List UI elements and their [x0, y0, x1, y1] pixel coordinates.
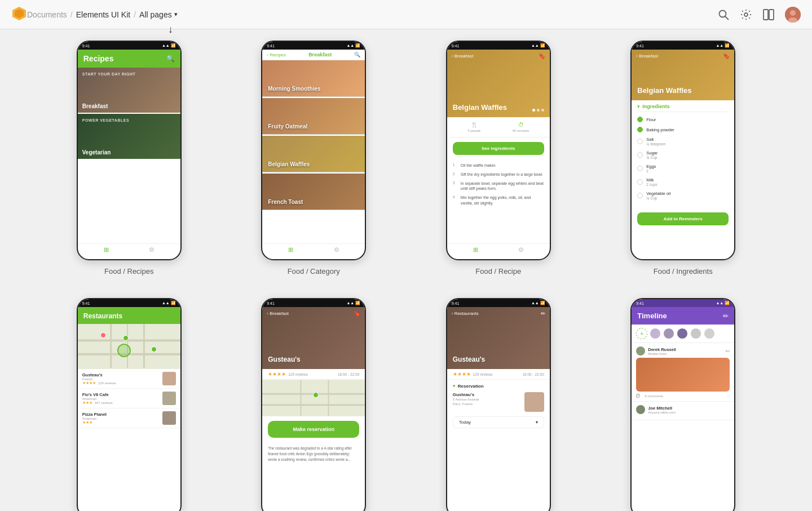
card-reservation[interactable]: 9:41 ▲▲ 📶 ‹ Restaurants ✏ Gusteau's ★★★★…: [414, 298, 582, 511]
timeline-add-btn[interactable]: +: [636, 328, 647, 339]
reservation-address: 5 Avenue AnatoleParis, France: [453, 397, 519, 407]
phone-food-category: 9:41 ▲▲ 📶 ‹ Recipes Breakfast 🔍 Morning …: [261, 41, 366, 260]
status-bar-4: 9:41 ▲▲ 📶: [632, 42, 734, 50]
phone-reservation: 9:41 ▲▲ 📶 ‹ Restaurants ✏ Gusteau's ★★★★…: [446, 298, 551, 511]
res-nav-back: ‹ Restaurants: [452, 311, 479, 316]
svg-line-3: [725, 16, 729, 20]
ingredients-list: ▾ Ingredients Flour Baking: [632, 100, 734, 208]
reservation-stars: ★★★★: [453, 371, 471, 377]
derek-handle: Mobile Artist: [648, 352, 676, 356]
make-reservation-btn[interactable]: Make reservation: [268, 421, 359, 438]
ing-title: Belgian Waffles: [637, 86, 691, 95]
recipes-title: Recipes: [83, 54, 114, 63]
rest-detail-map: [262, 380, 365, 416]
recipe-steps: 1 Oil the waffle maker. 2 Sift the dry i…: [447, 159, 550, 213]
ingredients-nav: ‹ Breakfast 🔖: [632, 53, 734, 59]
reservation-toggle-icon: ▾: [453, 383, 456, 389]
add-reminders-btn[interactable]: Add to Reminders: [637, 212, 729, 225]
ing-check-eggs: [637, 166, 643, 171]
recipe-detail-nav: ‹ Breakfast 🔖: [447, 53, 550, 59]
bottom-nav-category: ⊞ ⚙: [262, 243, 365, 256]
card-label-category: Food / Category: [288, 267, 340, 276]
home-icon-2: ⊞: [288, 246, 293, 254]
app-logo: [11, 6, 27, 24]
recipes-header-bar: Recipes 🔍: [78, 50, 180, 68]
belgian-label-cat: Belgian Waffles: [268, 161, 310, 167]
rest-detail-bookmark: 🔖: [354, 310, 360, 317]
reservation-stars-row: ★★★★ 129 reviews 18:00 - 22:00: [447, 369, 550, 380]
home-icon-1: ⊞: [104, 246, 109, 254]
reservation-info: Gusteau's 5 Avenue AnatoleParis, France: [453, 392, 544, 412]
layout-icon[interactable]: [762, 8, 775, 21]
screen-restaurants: Restaurants: [78, 307, 180, 511]
time-label: 60 minutes: [513, 129, 529, 132]
people-icon: 🍴: [471, 122, 478, 128]
status-bar-1: 9:41 ▲▲ 📶: [78, 42, 180, 50]
step-2: 2 Sift the dry ingredients together in a…: [453, 172, 544, 177]
phone-restaurant-detail: 9:41 ▲▲ 📶 ‹ Breakfast 🔖 Gusteau's ★★★★ 1…: [261, 298, 366, 511]
breadcrumb-documents[interactable]: Documents: [27, 10, 67, 19]
smoothies-label: Morning Smoothies: [268, 86, 320, 92]
settings-icon[interactable]: [740, 8, 752, 21]
step-3: 3 In separate bowl, separate egg whites …: [453, 181, 544, 192]
ing-eggs: Eggs 2: [637, 164, 729, 173]
breadcrumb-kit[interactable]: Elements UI Kit: [76, 10, 130, 19]
category-search: 🔍: [354, 52, 360, 57]
category-back: ‹ Recipes: [267, 52, 286, 57]
card-food-category[interactable]: 9:41 ▲▲ 📶 ‹ Recipes Breakfast 🔍 Morning …: [230, 41, 398, 276]
phone-timeline: 9:41 ▲▲ 📶 Timeline ✏ +: [630, 298, 735, 511]
ing-flour: Flour: [637, 117, 729, 122]
user-avatar[interactable]: [785, 7, 801, 23]
ingredients-hero: ‹ Breakfast 🔖 Belgian Waffles: [632, 50, 734, 100]
ing-check-milk: [637, 179, 643, 185]
breadcrumb-sep-1: /: [70, 10, 73, 19]
ingredients-label: Ingredients: [642, 104, 670, 109]
flo-thumb: [162, 392, 176, 405]
search-icon[interactable]: [717, 8, 730, 21]
rest-detail-back: ‹ Breakfast: [267, 311, 289, 316]
card-food-recipe[interactable]: 9:41 ▲▲ 📶 ‹ Breakfast 🔖 Belgian Waffles: [414, 41, 582, 276]
card-timeline[interactable]: 9:41 ▲▲ 📶 Timeline ✏ +: [599, 298, 767, 511]
today-btn[interactable]: Today ▾: [453, 416, 544, 428]
recipe-meta-people: 🍴 4 people: [467, 122, 480, 132]
recipe-meta: 🍴 4 people ⏱ 60 minutes: [447, 117, 550, 137]
svg-rect-5: [764, 10, 768, 20]
breakfast-sublabel: START YOUR DAY RIGHT: [82, 72, 136, 76]
cat-item-belgian: Belgian Waffles: [262, 136, 365, 172]
timeline-header-bar: Timeline ✏: [632, 307, 734, 325]
svg-point-8: [790, 10, 796, 16]
oatmeal-label: Fruity Oatmeal: [268, 123, 307, 130]
rest-detail-stars-row: ★★★★ 129 reviews 18:00 - 22:00: [262, 369, 365, 380]
search-icon-recipes: 🔍: [166, 55, 175, 63]
restaurants-map: [78, 324, 180, 369]
all-pages-dropdown[interactable]: All pages ▾: [139, 10, 178, 19]
reservation-restaurant-name: Gusteau's: [453, 392, 519, 397]
chevron-down-icon: ▾: [174, 11, 178, 18]
svg-rect-6: [769, 10, 774, 20]
ing-oil: Vegetable oil ¼ Cup: [637, 191, 729, 200]
vegetarian-label: Vegetarian: [82, 149, 111, 155]
derek-comments-count: 6 comments: [645, 394, 663, 398]
derek-comments-icon: 💬: [636, 394, 640, 398]
ing-check-sugar: [637, 152, 643, 158]
ing-check-salt: [637, 139, 643, 144]
breadcrumb-sep-2: /: [134, 10, 136, 19]
timeline-avatar-1: [650, 328, 661, 339]
chevron-down-icon-ing: ▾: [637, 104, 640, 109]
bottom-nav-recipes: ⊞ ⚙: [78, 243, 180, 256]
card-food-recipes[interactable]: 9:41 ▲▲ 📶 Recipes 🔍 START YOUR DAY RIGHT…: [45, 41, 213, 276]
see-ingredients-btn[interactable]: See ingredients: [453, 142, 544, 155]
cards-grid: 9:41 ▲▲ 📶 Recipes 🔍 START YOUR DAY RIGHT…: [45, 41, 767, 511]
svg-rect-16: [262, 380, 365, 416]
ing-salt: Salt ¼ teaspoon: [637, 137, 729, 146]
timeline-avatar-5: [704, 328, 715, 339]
ing-check-flour: [637, 117, 643, 122]
card-restaurant-detail[interactable]: 9:41 ▲▲ 📶 ‹ Breakfast 🔖 Gusteau's ★★★★ 1…: [230, 298, 398, 511]
clock-icon: ⏱: [518, 122, 524, 128]
derek-post-footer: 💬 6 comments ♡: [636, 394, 730, 398]
timeline-avatar-2: [663, 328, 674, 339]
today-chevron: ▾: [536, 420, 538, 425]
restaurants-title: Restaurants: [83, 312, 122, 320]
card-food-ingredients[interactable]: 9:41 ▲▲ 📶 ‹ Breakfast 🔖 Belgian Waffles …: [599, 41, 767, 276]
card-restaurants[interactable]: 9:41 ▲▲ 📶 Restaurants: [45, 298, 213, 511]
